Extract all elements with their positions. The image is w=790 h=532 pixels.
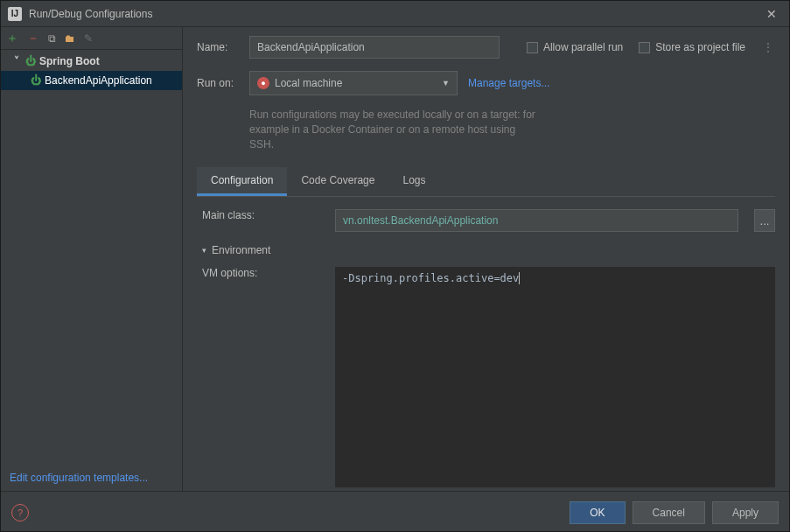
browse-main-class-button[interactable]: ... xyxy=(754,209,775,232)
name-input[interactable] xyxy=(249,36,500,59)
run-on-help: Run configurations may be executed local… xyxy=(249,108,538,151)
edit-templates-link[interactable]: Edit configuration templates... xyxy=(1,465,182,491)
environment-section-header[interactable]: ▾ Environment xyxy=(202,244,775,256)
wand-icon[interactable]: ✎ xyxy=(84,32,93,45)
ok-button[interactable]: OK xyxy=(570,501,625,524)
tab-configuration[interactable]: Configuration xyxy=(197,167,287,196)
allow-parallel-label: Allow parallel run xyxy=(543,41,623,53)
expand-icon: ˅ xyxy=(11,55,22,67)
vm-options-input[interactable]: -Dspring.profiles.active=dev​ xyxy=(335,267,775,487)
apply-button[interactable]: Apply xyxy=(712,501,779,524)
store-project-checkbox[interactable]: Store as project file xyxy=(639,41,745,53)
power-icon: ⏻ xyxy=(31,74,41,87)
run-on-label: Run on: xyxy=(197,77,239,89)
folder-icon[interactable]: 🖿 xyxy=(65,32,75,45)
sidebar-toolbar: ＋ － ⧉ 🖿 ✎ xyxy=(1,27,182,50)
main-area: ＋ － ⧉ 🖿 ✎ ˅ ⏻ Spring Boot ⏻ BackendApiAp… xyxy=(1,27,789,491)
tab-code-coverage[interactable]: Code Coverage xyxy=(287,167,388,196)
tree-item-label: BackendApiApplication xyxy=(45,74,152,87)
chevron-down-icon: ▾ xyxy=(202,246,206,255)
tree-group-label: Spring Boot xyxy=(39,55,100,67)
tree-group-spring-boot[interactable]: ˅ ⏻ Spring Boot xyxy=(1,52,182,71)
tabs: Configuration Code Coverage Logs xyxy=(197,167,775,197)
local-machine-icon: ● xyxy=(257,77,269,89)
close-icon[interactable]: ✕ xyxy=(761,5,782,23)
tree-item-app[interactable]: ⏻ BackendApiApplication xyxy=(1,71,182,90)
checkbox-box xyxy=(527,42,538,53)
remove-icon[interactable]: － xyxy=(27,31,39,46)
main-class-label: Main class: xyxy=(202,209,325,221)
tab-logs[interactable]: Logs xyxy=(388,167,439,196)
copy-icon[interactable]: ⧉ xyxy=(48,32,56,45)
environment-label: Environment xyxy=(212,244,270,256)
sidebar: ＋ － ⧉ 🖿 ✎ ˅ ⏻ Spring Boot ⏻ BackendApiAp… xyxy=(1,27,183,491)
window-title: Run/Debug Configurations xyxy=(29,8,761,20)
config-tree: ˅ ⏻ Spring Boot ⏻ BackendApiApplication xyxy=(1,50,182,465)
chevron-down-icon: ▼ xyxy=(442,79,450,88)
power-icon: ⏻ xyxy=(25,55,36,67)
add-icon[interactable]: ＋ xyxy=(6,31,18,46)
app-icon: IJ xyxy=(8,7,22,21)
content-panel: Name: Allow parallel run Store as projec… xyxy=(183,27,789,491)
run-on-value: Local machine xyxy=(275,77,342,89)
store-project-label: Store as project file xyxy=(655,41,745,53)
help-icon[interactable]: ? xyxy=(11,504,29,522)
vm-options-label: VM options: xyxy=(202,267,325,279)
name-label: Name: xyxy=(197,41,239,53)
main-class-input[interactable] xyxy=(335,209,738,232)
titlebar: IJ Run/Debug Configurations ✕ xyxy=(1,1,789,27)
more-icon[interactable]: ⋮ xyxy=(761,41,775,53)
footer: ? OK Cancel Apply xyxy=(1,491,789,532)
checkbox-box xyxy=(639,42,650,53)
manage-targets-link[interactable]: Manage targets... xyxy=(468,77,549,89)
allow-parallel-checkbox[interactable]: Allow parallel run xyxy=(527,41,623,53)
cancel-button[interactable]: Cancel xyxy=(633,501,705,524)
configuration-form: Main class: ... ▾ Environment VM options… xyxy=(197,197,775,491)
run-on-dropdown[interactable]: ● Local machine ▼ xyxy=(249,71,458,95)
